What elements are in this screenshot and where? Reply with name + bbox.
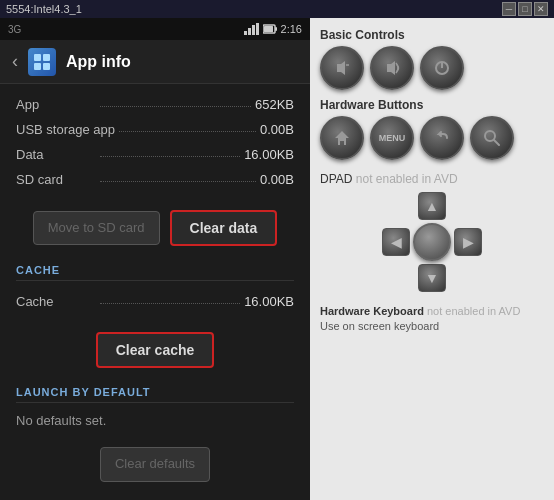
window-controls: ─ □ ✕ bbox=[502, 2, 548, 16]
storage-section: App 652KB USB storage app 0.00B Data 16.… bbox=[0, 84, 310, 200]
svg-rect-2 bbox=[264, 26, 273, 32]
app-dots bbox=[100, 97, 251, 107]
android-panel: 3G 2:16 ‹ bbox=[0, 18, 310, 500]
usb-storage-row: USB storage app 0.00B bbox=[16, 117, 294, 142]
menu-label: MENU bbox=[379, 133, 406, 143]
app-value: 652KB bbox=[255, 97, 294, 112]
data-label: Data bbox=[16, 147, 96, 162]
clear-defaults-button[interactable]: Clear defaults bbox=[100, 447, 210, 482]
volume-down-button[interactable] bbox=[320, 46, 364, 90]
launch-section-header: LAUNCH BY DEFAULT bbox=[0, 378, 310, 402]
power-button[interactable] bbox=[420, 46, 464, 90]
dpad-right-button[interactable]: ▶ bbox=[454, 228, 482, 256]
status-bar: 3G 2:16 bbox=[0, 18, 310, 40]
window-title: 5554:Intel4.3_1 bbox=[6, 3, 82, 15]
status-right: 2:16 bbox=[244, 23, 302, 35]
cache-section-header: CACHE bbox=[0, 256, 310, 280]
cache-value: 16.00KB bbox=[244, 294, 294, 309]
svg-rect-3 bbox=[34, 54, 41, 61]
keyboard-bold-label: Hardware Keyboard bbox=[320, 305, 424, 317]
data-dots bbox=[100, 147, 240, 157]
usb-label: USB storage app bbox=[16, 122, 115, 137]
content-area: App 652KB USB storage app 0.00B Data 16.… bbox=[0, 84, 310, 500]
sdcard-row: SD card 0.00B bbox=[16, 167, 294, 192]
page-title: App info bbox=[66, 53, 131, 71]
move-to-sd-button[interactable]: Move to SD card bbox=[33, 211, 160, 246]
maximize-button[interactable]: □ bbox=[518, 2, 532, 16]
clear-defaults-row: Clear defaults bbox=[0, 437, 310, 492]
data-row: Data 16.00KB bbox=[16, 142, 294, 167]
home-button[interactable] bbox=[320, 116, 364, 160]
basic-controls-title: Basic Controls bbox=[320, 28, 544, 42]
dpad-title: DPAD not enabled in AVD bbox=[320, 172, 544, 186]
back-hardware-button[interactable] bbox=[420, 116, 464, 160]
cache-row: Cache 16.00KB bbox=[16, 289, 294, 314]
dpad-disabled-text: not enabled in AVD bbox=[356, 172, 458, 186]
usb-dots bbox=[119, 122, 256, 132]
minimize-button[interactable]: ─ bbox=[502, 2, 516, 16]
volume-up-button[interactable] bbox=[370, 46, 414, 90]
controls-panel: Basic Controls bbox=[310, 18, 554, 500]
dpad-down-button[interactable]: ▼ bbox=[418, 264, 446, 292]
dpad-container: ▲ ▼ ◀ ▶ bbox=[382, 192, 482, 292]
usb-value: 0.00B bbox=[260, 122, 294, 137]
basic-buttons-row bbox=[320, 46, 544, 90]
svg-marker-12 bbox=[335, 131, 349, 145]
keyboard-section: Hardware Keyboard not enabled in AVD Use… bbox=[320, 304, 544, 335]
hardware-buttons-title: Hardware Buttons bbox=[320, 98, 544, 112]
clear-cache-button[interactable]: Clear cache bbox=[96, 332, 215, 368]
app-icon bbox=[28, 48, 56, 76]
clear-cache-row: Clear cache bbox=[0, 322, 310, 378]
main-area: 3G 2:16 ‹ bbox=[0, 18, 554, 500]
network-label: 3G bbox=[8, 24, 21, 35]
storage-buttons-row: Move to SD card Clear data bbox=[0, 200, 310, 256]
dpad-center-button[interactable] bbox=[413, 223, 451, 261]
app-bar: ‹ App info bbox=[0, 40, 310, 84]
svg-rect-1 bbox=[275, 27, 277, 31]
sdcard-value: 0.00B bbox=[260, 172, 294, 187]
battery-icon bbox=[263, 23, 277, 35]
app-storage-row: App 652KB bbox=[16, 92, 294, 117]
cache-label: Cache bbox=[16, 294, 96, 309]
svg-marker-7 bbox=[337, 61, 345, 75]
app-label: App bbox=[16, 97, 96, 112]
cache-section: Cache 16.00KB bbox=[0, 281, 310, 322]
on-screen-keyboard-text: Use on screen keyboard bbox=[320, 320, 439, 332]
no-defaults-text: No defaults set. bbox=[16, 413, 106, 428]
title-bar: 5554:Intel4.3_1 ─ □ ✕ bbox=[0, 0, 554, 18]
dpad-section: DPAD not enabled in AVD ▲ ▼ ◀ ▶ bbox=[320, 172, 544, 292]
menu-button[interactable]: MENU bbox=[370, 116, 414, 160]
time-display: 2:16 bbox=[281, 23, 302, 35]
keyboard-text: Hardware Keyboard not enabled in AVD Use… bbox=[320, 304, 544, 335]
signal-icon bbox=[244, 23, 259, 35]
clear-data-button[interactable]: Clear data bbox=[170, 210, 278, 246]
svg-rect-5 bbox=[34, 63, 41, 70]
search-button[interactable] bbox=[470, 116, 514, 160]
close-button[interactable]: ✕ bbox=[534, 2, 548, 16]
svg-line-14 bbox=[494, 140, 499, 145]
sdcard-dots bbox=[100, 172, 256, 182]
dpad-left-button[interactable]: ◀ bbox=[382, 228, 410, 256]
hardware-buttons-row: MENU bbox=[320, 116, 544, 160]
cache-dots bbox=[100, 294, 240, 304]
basic-controls-section: Basic Controls bbox=[320, 28, 544, 90]
svg-rect-6 bbox=[43, 63, 50, 70]
keyboard-disabled-label: not enabled in AVD bbox=[427, 305, 520, 317]
sdcard-label: SD card bbox=[16, 172, 96, 187]
dpad-up-button[interactable]: ▲ bbox=[418, 192, 446, 220]
launch-section: No defaults set. bbox=[0, 403, 310, 437]
hardware-buttons-section: Hardware Buttons MENU bbox=[320, 98, 544, 160]
svg-marker-9 bbox=[387, 61, 395, 75]
svg-rect-4 bbox=[43, 54, 50, 61]
dpad-label: DPAD bbox=[320, 172, 352, 186]
data-value: 16.00KB bbox=[244, 147, 294, 162]
back-button[interactable]: ‹ bbox=[12, 51, 18, 72]
